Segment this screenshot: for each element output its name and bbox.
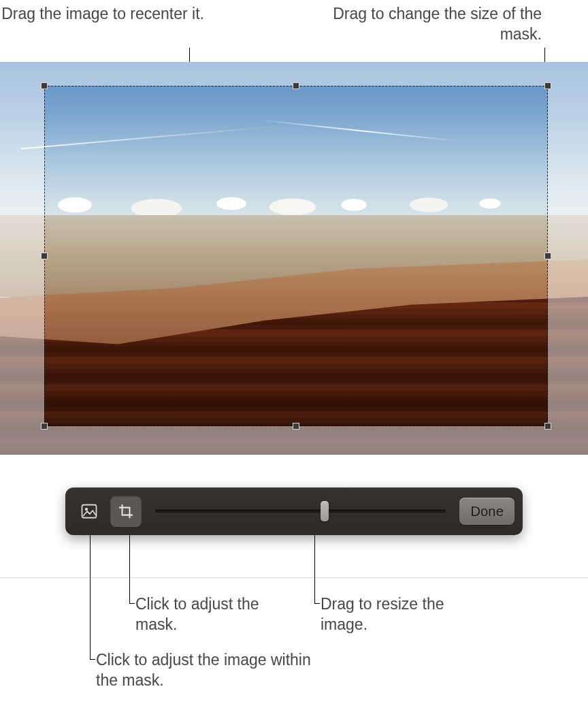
image-mode-button[interactable] <box>74 496 105 527</box>
leader-line <box>129 603 135 604</box>
done-button[interactable]: Done <box>459 498 514 525</box>
callout-resize-mask: Drag to change the size of the mask. <box>317 4 542 45</box>
slider-track <box>155 510 446 513</box>
page-divider <box>0 577 588 578</box>
callout-adjust-mask: Click to adjust the mask. <box>135 594 299 635</box>
mask-handle-bottom-middle[interactable] <box>293 423 299 430</box>
mask-mode-button[interactable] <box>110 496 142 527</box>
mask-handle-middle-right[interactable] <box>544 253 551 259</box>
slider-thumb[interactable] <box>321 501 329 522</box>
svg-point-1 <box>85 508 88 511</box>
mask-handle-top-left[interactable] <box>41 82 48 89</box>
leader-line <box>90 659 95 660</box>
mask-handle-top-right[interactable] <box>544 82 551 89</box>
callout-adjust-image-in-mask: Click to adjust the image within the mas… <box>96 650 314 691</box>
image-mask-canvas[interactable] <box>0 62 588 455</box>
zoom-slider[interactable] <box>151 496 450 527</box>
mask-handle-top-middle[interactable] <box>293 82 299 89</box>
mask-handle-middle-left[interactable] <box>41 253 48 259</box>
leader-line <box>314 603 320 604</box>
mask-handle-bottom-left[interactable] <box>41 423 48 430</box>
mask-handle-bottom-right[interactable] <box>544 423 551 430</box>
callout-resize-image: Drag to resize the image. <box>321 594 484 635</box>
callout-recenter-image: Drag the image to recenter it. <box>0 4 204 25</box>
leader-line <box>314 535 315 603</box>
mask-frame[interactable] <box>44 86 548 426</box>
mask-toolbar: Done <box>65 487 523 535</box>
leader-line <box>90 535 91 659</box>
svg-rect-0 <box>82 505 97 518</box>
crop-icon <box>118 504 134 519</box>
leader-line <box>129 535 130 603</box>
image-visible-region[interactable] <box>44 86 548 426</box>
image-icon <box>81 504 97 519</box>
